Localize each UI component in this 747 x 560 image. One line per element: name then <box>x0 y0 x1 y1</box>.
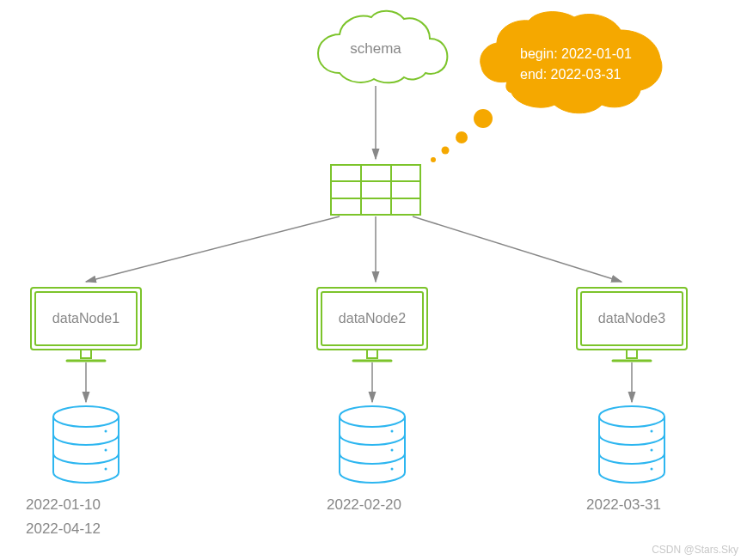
schema-cloud: schema <box>318 11 447 83</box>
svg-point-29 <box>599 406 664 427</box>
database-icon-2 <box>340 406 405 483</box>
arrow-table-node3 <box>413 216 621 282</box>
node1-date-0: 2022-01-10 <box>26 496 101 513</box>
svg-point-2 <box>442 147 450 155</box>
svg-rect-19 <box>627 350 637 358</box>
svg-point-32 <box>651 468 653 471</box>
monitor-node2: dataNode2 <box>317 288 427 361</box>
arrow-table-node1 <box>86 216 340 282</box>
thought-line1: begin: 2022-01-01 <box>520 46 632 61</box>
node3-label: dataNode3 <box>598 311 665 326</box>
node2-label: dataNode2 <box>339 311 406 326</box>
database-icon-1 <box>53 406 119 483</box>
svg-point-25 <box>340 406 405 427</box>
thought-bubble: begin: 2022-01-01 end: 2022-03-31 <box>431 12 662 162</box>
svg-point-23 <box>105 449 107 452</box>
watermark: CSDN @Stars.Sky <box>652 544 738 556</box>
svg-point-31 <box>651 449 653 452</box>
node1-label: dataNode1 <box>52 311 119 326</box>
node3-date-0: 2022-03-31 <box>586 496 661 513</box>
svg-point-0 <box>474 109 493 128</box>
schema-label: schema <box>350 40 401 57</box>
svg-point-26 <box>391 430 394 433</box>
svg-rect-15 <box>367 350 377 358</box>
monitor-node3: dataNode3 <box>577 288 687 361</box>
svg-rect-11 <box>81 350 91 358</box>
node1-date-1: 2022-04-12 <box>26 520 101 537</box>
svg-point-1 <box>456 131 468 143</box>
monitor-node1: dataNode1 <box>31 288 141 361</box>
svg-rect-4 <box>331 165 420 215</box>
database-icon-3 <box>599 406 664 483</box>
svg-point-22 <box>105 430 107 433</box>
svg-point-30 <box>651 430 653 433</box>
svg-point-21 <box>53 406 119 427</box>
svg-point-24 <box>105 468 107 471</box>
node2-date-0: 2022-02-20 <box>327 496 401 513</box>
svg-point-27 <box>391 449 394 452</box>
svg-point-3 <box>431 157 436 162</box>
thought-line2: end: 2022-03-31 <box>520 67 621 82</box>
svg-point-28 <box>391 468 394 471</box>
table-icon <box>331 165 420 215</box>
